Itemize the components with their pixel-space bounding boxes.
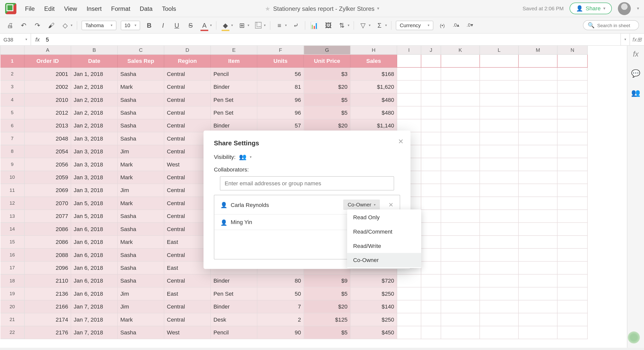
cell[interactable]: Item bbox=[211, 54, 257, 67]
role-option[interactable]: Read/Comment bbox=[347, 225, 421, 239]
cell[interactable]: Jan 7, 2018 bbox=[71, 300, 117, 313]
menu-item-insert[interactable]: Insert bbox=[87, 5, 102, 12]
cell[interactable] bbox=[441, 248, 480, 261]
cell[interactable]: Units bbox=[257, 54, 304, 67]
cell[interactable] bbox=[557, 184, 587, 196]
redo-icon[interactable]: ↷ bbox=[33, 20, 42, 30]
role-option[interactable]: Read/Write bbox=[347, 239, 421, 253]
cell[interactable] bbox=[441, 300, 480, 313]
row-header[interactable]: 6 bbox=[0, 119, 24, 132]
wrap-text-icon[interactable]: ⤶ bbox=[291, 20, 301, 30]
cell[interactable] bbox=[441, 106, 480, 119]
cell[interactable] bbox=[441, 67, 480, 80]
cell[interactable]: $20 bbox=[304, 80, 350, 93]
cell[interactable]: Jim bbox=[117, 300, 164, 313]
cell[interactable]: Sasha bbox=[117, 132, 164, 145]
merge-icon[interactable]: ⿺ bbox=[254, 20, 263, 30]
cell[interactable] bbox=[421, 119, 441, 132]
cell[interactable] bbox=[397, 93, 421, 106]
cell[interactable]: $3 bbox=[304, 67, 350, 80]
cell[interactable] bbox=[557, 132, 587, 145]
align-icon[interactable]: ≡ bbox=[275, 20, 284, 30]
row-header[interactable]: 17 bbox=[0, 261, 24, 274]
menu-item-format[interactable]: Format bbox=[111, 5, 130, 12]
cell[interactable] bbox=[518, 300, 557, 313]
cell[interactable]: Central bbox=[164, 67, 211, 80]
cell[interactable] bbox=[480, 119, 518, 132]
role-option[interactable]: Read Only bbox=[347, 210, 421, 225]
cell[interactable]: $168 bbox=[350, 67, 397, 80]
cell[interactable] bbox=[480, 93, 518, 106]
cell[interactable] bbox=[421, 209, 441, 222]
cell[interactable]: Jan 6, 2018 bbox=[71, 287, 117, 300]
cell[interactable] bbox=[557, 67, 587, 80]
cell[interactable]: Binder bbox=[211, 300, 257, 313]
close-icon[interactable]: ✕ bbox=[398, 138, 404, 146]
cell[interactable]: Region bbox=[164, 54, 211, 67]
cell[interactable] bbox=[518, 145, 557, 158]
cell[interactable]: Jan 7, 2018 bbox=[71, 326, 117, 339]
cell[interactable]: $450 bbox=[350, 326, 397, 339]
cell[interactable] bbox=[518, 119, 557, 132]
cell[interactable]: 2166 bbox=[24, 300, 71, 313]
cell[interactable]: 2002 bbox=[24, 80, 71, 93]
cell[interactable] bbox=[518, 248, 557, 261]
cell[interactable] bbox=[441, 326, 480, 339]
fill-color-icon[interactable]: ◆ bbox=[221, 20, 230, 30]
cell[interactable] bbox=[557, 93, 587, 106]
visibility-icon[interactable]: 👥 bbox=[239, 153, 246, 160]
fx-side-icon[interactable]: fx bbox=[633, 50, 639, 59]
decrease-decimal-icon[interactable]: .0▾ bbox=[465, 20, 475, 30]
col-header-N[interactable]: N bbox=[557, 46, 587, 54]
sum-icon[interactable]: Σ bbox=[375, 20, 384, 30]
role-option[interactable]: Co-Owner bbox=[347, 253, 421, 267]
print-icon[interactable]: 🖨 bbox=[5, 20, 15, 30]
cell[interactable] bbox=[421, 235, 441, 248]
cell[interactable] bbox=[421, 132, 441, 145]
collaborator-email-input[interactable] bbox=[225, 180, 389, 187]
menu-item-data[interactable]: Data bbox=[140, 5, 153, 12]
cell[interactable] bbox=[421, 326, 441, 339]
cell[interactable]: Jan 6, 2018 bbox=[71, 222, 117, 235]
cell[interactable]: 2096 bbox=[24, 261, 71, 274]
cell[interactable]: Jan 2, 2018 bbox=[71, 106, 117, 119]
cell[interactable] bbox=[421, 106, 441, 119]
cell[interactable]: Central bbox=[164, 93, 211, 106]
search-sheet[interactable]: 🔍 bbox=[583, 20, 639, 30]
row-header[interactable]: 10 bbox=[0, 171, 24, 184]
cell[interactable] bbox=[397, 119, 421, 132]
cell[interactable] bbox=[441, 54, 480, 67]
cell[interactable]: Pen Set bbox=[211, 287, 257, 300]
increase-decimal-icon[interactable]: .0▴ bbox=[451, 20, 461, 30]
cell[interactable]: Mark bbox=[117, 313, 164, 326]
cell[interactable] bbox=[421, 184, 441, 196]
cell[interactable]: 56 bbox=[257, 67, 304, 80]
cell[interactable]: $250 bbox=[350, 313, 397, 326]
menu-item-edit[interactable]: Edit bbox=[44, 5, 55, 12]
cell[interactable] bbox=[397, 300, 421, 313]
row-header[interactable]: 20 bbox=[0, 300, 24, 313]
cell[interactable]: Mark bbox=[117, 197, 164, 209]
cell[interactable]: Mark bbox=[117, 158, 164, 170]
cell[interactable] bbox=[441, 119, 480, 132]
font-size-select[interactable]: 10 ▾ bbox=[120, 20, 140, 30]
cell[interactable] bbox=[397, 80, 421, 93]
font-family-select[interactable]: Tahoma ▾ bbox=[82, 20, 116, 30]
col-header-G[interactable]: G bbox=[304, 46, 350, 54]
col-header-E[interactable]: E bbox=[211, 46, 257, 54]
row-header[interactable]: 21 bbox=[0, 313, 24, 326]
formula-input[interactable] bbox=[44, 34, 620, 45]
cell[interactable] bbox=[421, 197, 441, 209]
search-input[interactable] bbox=[597, 23, 634, 28]
col-header-B[interactable]: B bbox=[71, 46, 117, 54]
cell[interactable] bbox=[421, 261, 441, 274]
cell[interactable]: Jan 2, 2018 bbox=[71, 93, 117, 106]
row-header[interactable]: 1 bbox=[0, 54, 24, 67]
col-header-I[interactable]: I bbox=[397, 46, 421, 54]
cell[interactable] bbox=[518, 313, 557, 326]
cell[interactable]: Sasha bbox=[117, 248, 164, 261]
cell[interactable]: Order ID bbox=[24, 54, 71, 67]
cell[interactable] bbox=[480, 261, 518, 274]
cell[interactable] bbox=[518, 274, 557, 287]
cell[interactable]: Mark bbox=[117, 171, 164, 184]
